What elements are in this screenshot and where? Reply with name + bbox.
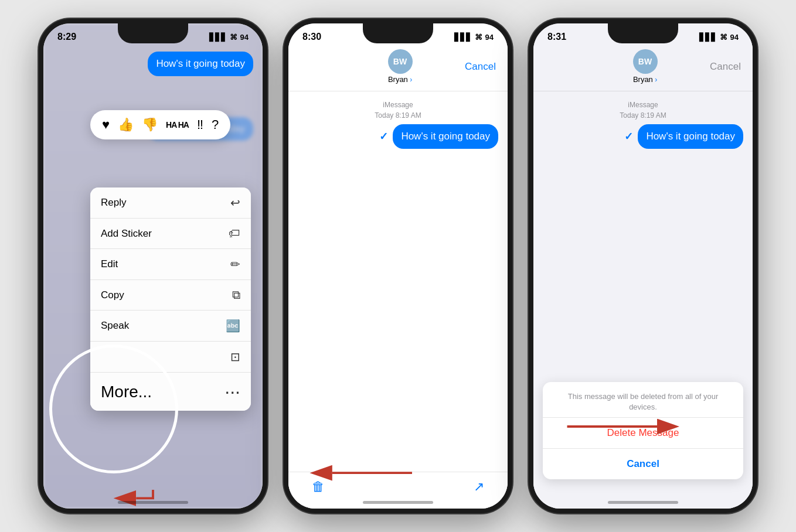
imessage-label-3: iMessage bbox=[543, 101, 743, 109]
sticker-label: Add Sticker bbox=[101, 228, 152, 240]
checkmark-icon-2: ✓ bbox=[379, 130, 388, 143]
home-indicator-3 bbox=[608, 501, 678, 504]
time-display-3: 8:31 bbox=[547, 32, 566, 42]
delete-message-button[interactable]: Delete Message bbox=[543, 418, 743, 449]
share-icon[interactable]: ↗ bbox=[474, 479, 484, 495]
nav-header-3: BW Bryan › Cancel bbox=[533, 45, 753, 91]
more-label: More... bbox=[101, 383, 152, 401]
reply-icon: ↩ bbox=[230, 196, 240, 210]
nav-header-2: BW Bryan › Cancel bbox=[288, 45, 508, 91]
copy-label: Copy bbox=[101, 289, 124, 301]
wifi-icon: ⌘ bbox=[230, 33, 237, 42]
status-icons: ▋▋▋ ⌘ 94 bbox=[209, 33, 249, 42]
status-icons-3: ▋▋▋ ⌘ 94 bbox=[699, 33, 739, 42]
speak-icon: 🔤 bbox=[226, 319, 240, 333]
reaction-exclaim[interactable]: ‼ bbox=[193, 115, 207, 135]
screen-3: 8:31 ▋▋▋ ⌘ 94 BW Bryan › Cancel bbox=[533, 23, 753, 509]
more-icon: ··· bbox=[224, 381, 240, 403]
time-display: 8:29 bbox=[57, 32, 76, 42]
avatar-2[interactable]: BW bbox=[388, 49, 413, 74]
status-bar-2: 8:30 ▋▋▋ ⌘ 94 bbox=[288, 23, 508, 45]
signal-icon-3: ▋▋▋ bbox=[699, 33, 717, 42]
message-bubble-2: How's it going today bbox=[393, 124, 498, 149]
phone-1: How's it going today 8:29 ▋▋▋ ⌘ 94 How's… bbox=[39, 19, 267, 513]
menu-item-reply[interactable]: Reply ↩ bbox=[90, 187, 251, 219]
signal-icon: ▋▋▋ bbox=[209, 33, 227, 42]
home-indicator bbox=[118, 501, 188, 504]
messages-area-2: iMessage Today 8:19 AM ✓ How's it going … bbox=[288, 91, 508, 472]
status-bar: 8:29 ▋▋▋ ⌘ 94 bbox=[43, 23, 263, 45]
edit-icon: ✏ bbox=[230, 257, 240, 271]
time-display-2: 8:30 bbox=[302, 32, 321, 42]
reaction-question[interactable]: ? bbox=[208, 115, 222, 135]
caption-icon: ⊡ bbox=[230, 350, 240, 364]
sticker-icon: 🏷 bbox=[229, 227, 240, 240]
delete-action-sheet: This message will be deleted from all of… bbox=[543, 382, 743, 479]
checkmark-icon-3: ✓ bbox=[624, 130, 633, 143]
nav-center-2: BW Bryan › bbox=[388, 49, 413, 84]
speak-label: Speak bbox=[101, 320, 129, 332]
contact-name-2: Bryan › bbox=[388, 75, 412, 84]
menu-item-edit[interactable]: Edit ✏ bbox=[90, 249, 251, 280]
menu-item-extra[interactable]: ⊡ bbox=[90, 342, 251, 373]
battery-2: 94 bbox=[485, 33, 494, 42]
context-menu: Reply ↩ Add Sticker 🏷 Edit ✏ Copy ⧉ Spea… bbox=[90, 187, 251, 411]
status-bar-3: 8:31 ▋▋▋ ⌘ 94 bbox=[533, 23, 753, 45]
screen-2: 8:30 ▋▋▋ ⌘ 94 BW Bryan › Cancel bbox=[288, 23, 508, 509]
signal-icon-2: ▋▋▋ bbox=[454, 33, 472, 42]
cancel-button-2[interactable]: Cancel bbox=[465, 61, 496, 73]
sheet-cancel-button[interactable]: Cancel bbox=[543, 449, 743, 479]
reaction-heart[interactable]: ♥ bbox=[98, 115, 113, 135]
message-row-2: ✓ How's it going today bbox=[298, 124, 498, 149]
menu-item-sticker[interactable]: Add Sticker 🏷 bbox=[90, 219, 251, 249]
menu-item-copy[interactable]: Copy ⧉ bbox=[90, 280, 251, 311]
message-area: How's it going today bbox=[43, 47, 263, 81]
menu-item-speak[interactable]: Speak 🔤 bbox=[90, 311, 251, 342]
arrow-to-trash bbox=[43, 415, 263, 509]
message-row-3: ✓ How's it going today bbox=[543, 124, 743, 149]
status-icons-2: ▋▋▋ ⌘ 94 bbox=[454, 33, 494, 42]
time-label-2: Today 8:19 AM bbox=[298, 111, 498, 120]
screen-content: 8:29 ▋▋▋ ⌘ 94 How's it going today ♥ 👍 👎… bbox=[43, 23, 263, 509]
phone-2: 8:30 ▋▋▋ ⌘ 94 BW Bryan › Cancel bbox=[284, 19, 512, 513]
edit-label: Edit bbox=[101, 258, 118, 270]
chevron-icon-3: › bbox=[653, 76, 657, 84]
cancel-button-3[interactable]: Cancel bbox=[710, 61, 741, 73]
phone-3: 8:31 ▋▋▋ ⌘ 94 BW Bryan › Cancel bbox=[529, 19, 757, 513]
imessage-label-2: iMessage bbox=[298, 101, 498, 109]
avatar-3[interactable]: BW bbox=[633, 49, 658, 74]
chevron-icon-2: › bbox=[408, 76, 412, 84]
sheet-warning-text: This message will be deleted from all of… bbox=[543, 382, 743, 418]
reply-label: Reply bbox=[101, 197, 126, 209]
reaction-haha[interactable]: HA HA bbox=[162, 118, 192, 132]
battery-3: 94 bbox=[730, 33, 739, 42]
menu-item-more[interactable]: More... ··· bbox=[90, 373, 251, 411]
copy-icon: ⧉ bbox=[232, 288, 240, 302]
message-bubble: How's it going today bbox=[148, 52, 253, 76]
reaction-thumbsup[interactable]: 👍 bbox=[114, 115, 137, 135]
battery-display: 94 bbox=[240, 33, 249, 42]
trash-icon[interactable]: 🗑 bbox=[312, 479, 325, 495]
wifi-icon-3: ⌘ bbox=[720, 33, 727, 42]
nav-center-3: BW Bryan › bbox=[633, 49, 658, 84]
wifi-icon-2: ⌘ bbox=[475, 33, 482, 42]
reaction-thumbsdown[interactable]: 👎 bbox=[138, 115, 161, 135]
home-indicator-2 bbox=[363, 501, 433, 504]
message-bubble-3: How's it going today bbox=[638, 124, 743, 149]
contact-name-3: Bryan › bbox=[633, 75, 657, 84]
reaction-bar[interactable]: ♥ 👍 👎 HA HA ‼ ? bbox=[90, 110, 230, 139]
time-label-3: Today 8:19 AM bbox=[543, 111, 743, 120]
